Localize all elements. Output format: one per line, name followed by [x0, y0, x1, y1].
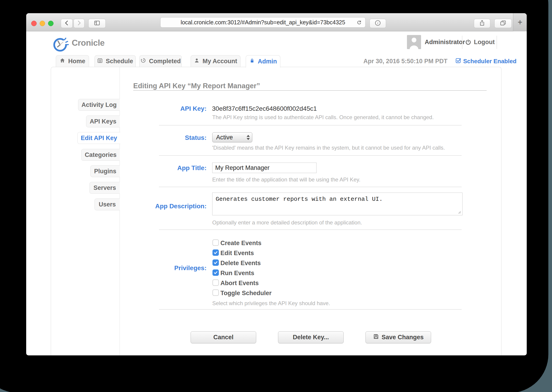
plus-icon: +	[518, 18, 523, 27]
header-divider	[462, 36, 462, 49]
sidebar-item-label: Categories	[85, 151, 116, 159]
sidebar-item-edit-api-key[interactable]: Edit API Key	[77, 132, 120, 144]
privilege-label[interactable]: Toggle Scheduler	[220, 290, 272, 297]
sidebar-toggle-button[interactable]	[88, 19, 106, 28]
tab-schedule[interactable]: Schedule	[94, 55, 136, 67]
tab-overview-button[interactable]	[494, 19, 512, 28]
tab-admin[interactable]: Admin	[246, 55, 280, 68]
api-key-value: 30e8f37c6ff15c2ec648600f002d45c1	[212, 105, 317, 112]
logout-button[interactable]: Logout	[474, 39, 495, 46]
sidebar-item-label: API Keys	[90, 118, 116, 125]
privilege-checkbox-create-events[interactable]	[212, 239, 219, 246]
sidebar-item-label: Users	[99, 201, 116, 208]
person-icon	[194, 57, 200, 65]
cronicle-logo-icon	[52, 36, 69, 53]
browser-window: local.cronicle.com:3012/#Admin?sub=edit_…	[26, 13, 527, 355]
status-label: Status:	[133, 134, 207, 141]
privilege-checkbox-delete-events[interactable]	[212, 259, 219, 266]
tab-label: Schedule	[106, 58, 133, 65]
button-label: Cancel	[213, 334, 234, 341]
info-icon: i	[374, 20, 381, 27]
privilege-label[interactable]: Abort Events	[220, 280, 259, 287]
power-icon	[465, 39, 472, 47]
lock-icon	[249, 58, 255, 65]
sidebar-item-label: Activity Log	[81, 101, 117, 108]
app-description-textarea[interactable]: Generates customer reports with an exter…	[212, 193, 463, 215]
sidebar-item-plugins[interactable]: Plugins	[90, 165, 120, 177]
privilege-checkbox-edit-events[interactable]	[212, 249, 219, 256]
privilege-label[interactable]: Run Events	[220, 270, 254, 277]
app-name: Cronicle	[72, 38, 104, 48]
app-title-caption: Enter the title of the application that …	[212, 176, 361, 183]
floppy-disk-icon	[373, 334, 379, 341]
tabs-icon	[500, 20, 507, 27]
status-select-value: Active	[216, 134, 233, 141]
button-label: Save Changes	[382, 334, 424, 341]
calendar-icon	[97, 57, 103, 65]
privilege-label[interactable]: Create Events	[220, 240, 261, 247]
back-button[interactable]	[61, 19, 73, 28]
svg-text:i: i	[377, 21, 378, 25]
sidebar-item-categories[interactable]: Categories	[81, 149, 120, 161]
privilege-checkbox-toggle-scheduler[interactable]	[212, 289, 219, 296]
tab-completed[interactable]: Completed	[139, 55, 182, 67]
privileges-caption: Select which privileges the API Key shou…	[212, 300, 330, 307]
app-description-label: App Description:	[133, 203, 207, 210]
share-button[interactable]	[474, 19, 490, 28]
privilege-label[interactable]: Edit Events	[220, 250, 254, 257]
avatar	[407, 35, 421, 49]
api-key-caption: The API Key string is used to authentica…	[212, 114, 434, 120]
history-icon	[140, 57, 146, 65]
address-bar[interactable]: local.cronicle.com:3012/#Admin?sub=edit_…	[160, 17, 365, 28]
resize-grip-icon[interactable]	[458, 210, 461, 215]
active-tab-gap	[246, 67, 280, 67]
browser-toolbar: local.cronicle.com:3012/#Admin?sub=edit_…	[26, 13, 527, 31]
app-title-label: App Title:	[133, 164, 207, 172]
sidebar-item-users[interactable]: Users	[94, 198, 120, 210]
status-select[interactable]: Active	[212, 132, 252, 142]
save-changes-button[interactable]: Save Changes	[365, 331, 431, 343]
section-separator	[159, 155, 462, 156]
username: Administrator	[425, 39, 465, 46]
api-key-label: API Key:	[133, 105, 207, 112]
tab-label: Admin	[258, 58, 277, 65]
chevron-left-icon	[64, 20, 70, 27]
reload-icon[interactable]	[356, 20, 362, 26]
minimize-window-button[interactable]	[40, 21, 45, 26]
app-title-input[interactable]	[212, 163, 317, 173]
share-icon	[479, 20, 486, 27]
sidebar-item-servers[interactable]: Servers	[89, 182, 120, 194]
tab-label: Completed	[149, 58, 181, 65]
cancel-button[interactable]: Cancel	[191, 331, 256, 343]
scheduler-toggle[interactable]: Scheduler Enabled	[455, 57, 516, 65]
section-separator	[159, 309, 462, 310]
select-arrows-icon	[247, 135, 250, 140]
chevron-right-icon	[76, 20, 82, 27]
sidebar-item-label: Servers	[93, 184, 116, 191]
privilege-checkbox-abort-events[interactable]	[212, 280, 219, 286]
reader-info-button[interactable]: i	[370, 19, 386, 28]
zoom-window-button[interactable]	[48, 21, 53, 26]
scheduler-label: Scheduler Enabled	[463, 58, 516, 65]
tab-home[interactable]: Home	[56, 55, 89, 67]
header-divider-2	[497, 36, 497, 49]
sidebar-item-activity-log[interactable]: Activity Log	[78, 99, 120, 111]
delete-key-button[interactable]: Delete Key...	[278, 331, 344, 343]
title-rule	[133, 90, 487, 91]
privilege-label[interactable]: Delete Events	[220, 260, 261, 267]
app-description-caption: Optionally enter a more detailed descrip…	[212, 219, 362, 226]
sidebar-item-label: Plugins	[94, 168, 116, 175]
section-separator	[159, 229, 462, 230]
status-caption: 'Disabled' means that the API Key remain…	[212, 145, 445, 151]
tab-label: My Account	[203, 58, 237, 65]
sidebar-item-api-keys[interactable]: API Keys	[86, 116, 120, 127]
section-separator	[159, 187, 462, 187]
tab-label: Home	[68, 58, 85, 65]
new-tab-button[interactable]: +	[513, 13, 527, 31]
sidebar-panel-icon	[94, 20, 101, 27]
tab-my-account[interactable]: My Account	[191, 55, 240, 67]
privilege-checkbox-run-events[interactable]	[212, 269, 219, 276]
forward-button[interactable]	[73, 19, 85, 28]
close-window-button[interactable]	[31, 21, 37, 26]
home-icon	[59, 57, 65, 65]
